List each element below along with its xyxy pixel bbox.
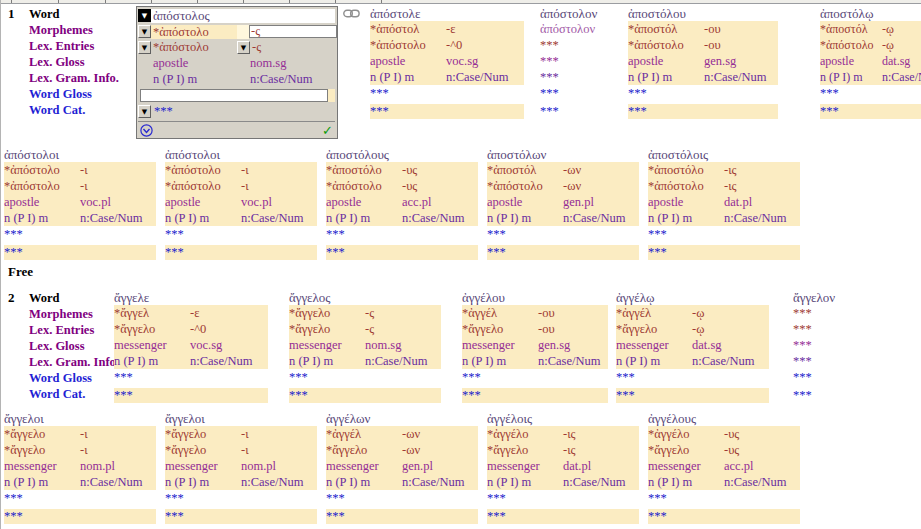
word-cat-dropdown-button[interactable]: ▼ (138, 105, 151, 118)
lex-entry-stem: *ἄγγελο (165, 442, 241, 458)
lex-entry-suffix[interactable]: -ς (250, 40, 261, 55)
word-form[interactable]: ἄγγελε (114, 290, 268, 305)
morpheme-stem[interactable]: *ἀπόστολο (151, 25, 237, 39)
lex-entry-stem: *ἀπόστολο (487, 178, 563, 194)
word-cell[interactable]: ἀγγέλοις*ἀγγέλο-ις*ἄγγελο-ιςmessengerdat… (487, 411, 639, 524)
word-cell[interactable]: ἄγγελε*ἄγγελ-ε*ἄγγελο-^0messengervoc.sgn… (114, 290, 268, 403)
word-cell[interactable]: ἄγγελος*ἄγγελο-ς*ἄγγελο-ςmessengernom.sg… (289, 290, 441, 403)
word-form[interactable]: ἀποστόλου (628, 6, 778, 21)
confirm-check-icon[interactable]: ✓ (322, 123, 333, 138)
word-form[interactable]: ἄγγελοι (4, 411, 156, 426)
ruler-tick (197, 0, 198, 3)
morpheme-stem: *ἀγγέλο (648, 426, 724, 442)
field-label-word: Word (29, 6, 110, 22)
word-dropdown-button[interactable]: ▼ (138, 9, 151, 22)
lex-gloss-stem: apostle (820, 53, 882, 69)
morpheme-stem: *ἀποστόλ (628, 21, 704, 37)
word-form[interactable]: ἀγγέλοις (487, 411, 639, 426)
word-cell[interactable]: ἀγγέλων*ἀγγέλ-ων*ἄγγελο-ωνmessengergen.p… (326, 411, 478, 524)
word-form[interactable]: ἀγγέλῳ (616, 290, 769, 305)
expand-menu-icon[interactable] (140, 124, 153, 137)
morpheme-dropdown-button[interactable]: ▼ (138, 25, 151, 38)
word-cat-value: *** (648, 245, 800, 260)
morpheme-suffix: -ς (365, 305, 441, 321)
word-form[interactable]: ἄγγελον (793, 290, 863, 305)
word-form[interactable]: ἀπόστολον (540, 6, 620, 21)
word-cell[interactable]: ἄγγελοι*ἄγγελο-ι*ἄγγελο-ιmessengernom.pl… (165, 411, 317, 524)
focus-word-gloss-row (138, 88, 335, 103)
word-cell[interactable]: ἀποστόλοις*ἀποστόλο-ις*ἀπόστολο-ιςapostl… (648, 147, 800, 260)
lex-entry-stem: *ἄγγελο (289, 321, 365, 337)
word-form[interactable]: ἄγγελοι (165, 411, 317, 426)
link-icon[interactable] (343, 9, 360, 18)
lex-entry-stem[interactable]: *ἀπόστολο (151, 40, 237, 55)
morpheme-suffix: -ῳ (882, 21, 921, 37)
word-cell[interactable]: ἀποστόλους*ἀποστόλο-υς*ἀπόστολο-υςapostl… (326, 147, 478, 260)
word-form[interactable]: ἀποστόλους (326, 147, 478, 162)
lex-gloss-row: *** (540, 53, 620, 69)
word-cell[interactable]: ἄγγελοι*ἄγγελο-ι*ἄγγελο-ιmessengernom.pl… (4, 411, 156, 524)
word-form[interactable]: ἀπόστολοι (165, 147, 317, 162)
focus-word-form[interactable]: ἀπόστολος (151, 9, 335, 23)
gram-info-stem: n (P I) m (165, 474, 241, 490)
field-label-word_gloss: Word Gloss (29, 86, 110, 102)
word-form[interactable]: ἀπόστολε (370, 6, 524, 21)
morpheme-suffix-input[interactable] (249, 25, 337, 38)
word-cat-value[interactable]: *** (151, 104, 173, 119)
ruler-tick (335, 0, 336, 3)
gram-info-stem: n (P I) m (648, 474, 724, 490)
word-gloss-input[interactable] (140, 89, 328, 102)
word-form[interactable]: ἀποστόλοις (648, 147, 800, 162)
morpheme-stem: *ἄγγελο (289, 305, 365, 321)
word-form[interactable]: ἀποστόλῳ (820, 6, 921, 21)
word-cells: ἄγγελοι*ἄγγελο-ι*ἄγγελο-ιmessengernom.pl… (1, 411, 800, 524)
word-form[interactable]: ἀποστόλων (487, 147, 639, 162)
word-cell[interactable]: ἄγγελον****************** (793, 290, 863, 403)
field-label-word_cat: Word Cat. (29, 386, 110, 402)
lex-gloss-suffix: nom.sg (250, 56, 286, 71)
word-cell[interactable]: ἀγγέλου*ἀγγέλ-ου*ἄγγελο-ουmessengergen.s… (462, 290, 608, 403)
field-label-word_gloss: Word Gloss (29, 370, 110, 386)
word-form[interactable]: ἀγγέλου (462, 290, 608, 305)
lex-gloss-suffix: voc.pl (241, 194, 317, 210)
morpheme-bundle: *ἀγγέλο-υς*ἄγγελο-υςmessengeracc.pln (P … (648, 426, 800, 490)
word-cell[interactable]: ἀποστόλων*ἀποστόλ-ων*ἀπόστολο-ωνapostleg… (487, 147, 639, 260)
morpheme-stem: *ἀποστόλο (326, 162, 402, 178)
word-cell[interactable]: ἀπόστολοι*ἀπόστολο-ι*ἀπόστολο-ιapostlevo… (165, 147, 317, 260)
lex-entry-suffix: -ις (563, 442, 639, 458)
word-cell[interactable]: ἀποστόλου*ἀποστόλ-ου*ἀπόστολο-ουapostleg… (628, 6, 778, 119)
field-label-lex_gloss: Lex. Gloss (29, 54, 110, 70)
word-form[interactable]: ἄγγελος (289, 290, 441, 305)
word-cell[interactable]: ἀποστόλῳ*ἀποστόλ-ῳ*ἀπόστολο-ῳapostledat.… (820, 6, 921, 119)
gram-info-suffix: n:Case/Num (882, 69, 921, 85)
ruler-tick (11, 0, 12, 3)
lex-entry-stem-dropdown-button[interactable]: ▼ (138, 41, 151, 54)
ruler-tick (243, 0, 244, 3)
word-cell[interactable]: ἀπόστολοι*ἀπόστολο-ι*ἀπόστολο-ιapostlevo… (4, 147, 156, 260)
lex-gloss-stem: apostle (628, 53, 704, 69)
word-cell[interactable]: ἀπόστολονἀπόστολον*************** (540, 6, 620, 119)
gram-info-suffix: n:Case/Num (563, 474, 639, 490)
morpheme-stem: *ἀγγέλ (616, 305, 692, 321)
gram-info-suffix: n:Case/Num (563, 210, 639, 226)
morpheme-stem: *ἄγγελ (114, 305, 190, 321)
ruler-tick (381, 0, 382, 3)
morpheme-bundle: *ἀπόστολ-ε*ἀπόστολο-^0apostlevoc.sgn (P … (370, 21, 524, 85)
word-cell[interactable]: ἀπόστολε*ἀπόστολ-ε*ἀπόστολο-^0apostlevoc… (370, 6, 524, 119)
focus-box[interactable]: ▼ ἀπόστολος ▼ *ἀπόστολο ▼ *ἀπόστολο ▼ -ς… (136, 6, 338, 139)
word-form[interactable]: ἀγγέλους (648, 411, 800, 426)
lex-entry-stem: *ἄγγελο (326, 442, 402, 458)
lex-entry-suffix-dropdown-button[interactable]: ▼ (237, 41, 250, 54)
word-cell[interactable]: ἀγγέλῳ*ἀγγέλ-ῳ*ἄγγελο-ῳmessengerdat.sgn … (616, 290, 769, 403)
lex-gloss-stem: apostle (4, 194, 80, 210)
word-cat-value: *** (820, 104, 921, 119)
word-cell[interactable]: ἀγγέλους*ἀγγέλο-υς*ἄγγελο-υςmessengeracc… (648, 411, 800, 524)
word-cat-value: *** (628, 104, 778, 119)
morpheme-bundle: *ἀποστόλ-ῳ*ἀπόστολο-ῳapostledat.sgn (P I… (820, 21, 921, 85)
lex-gloss-suffix: gen.pl (402, 458, 478, 474)
word-form[interactable]: ἀγγέλων (326, 411, 478, 426)
word-form[interactable]: ἀπόστολοι (4, 147, 156, 162)
morpheme-row: *** (793, 305, 863, 321)
morpheme-stem: *ἄγγελο (4, 426, 80, 442)
lex-gloss-stem: apostle (487, 194, 563, 210)
